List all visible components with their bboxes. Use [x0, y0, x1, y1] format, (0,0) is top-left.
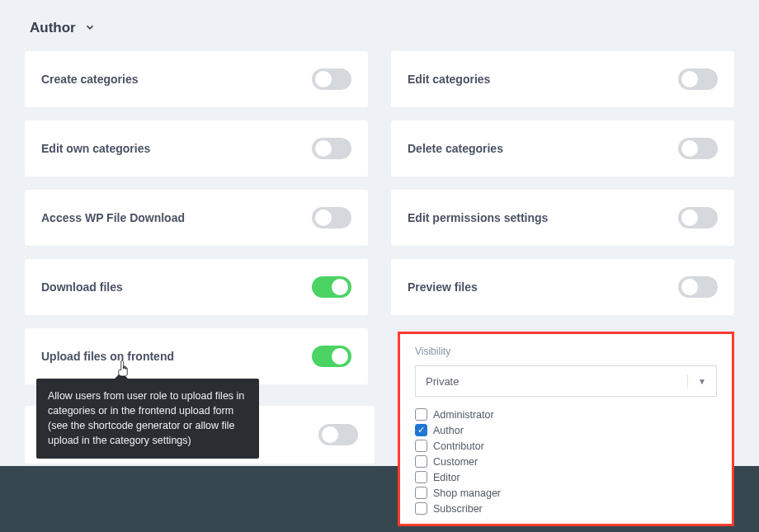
chevron-down-icon: [84, 21, 96, 35]
checkbox-subscriber[interactable]: [415, 502, 427, 515]
perm-label: Edit own categories: [41, 142, 150, 155]
perm-edit-categories: Edit categories: [391, 51, 734, 107]
perm-access-wp-file-download: Access WP File Download: [25, 190, 368, 246]
role-item-subscriber[interactable]: Subscriber: [415, 502, 717, 515]
role-item-author[interactable]: ✓ Author: [415, 424, 717, 436]
role-name: Editor: [433, 472, 460, 483]
perm-label: Download files: [41, 280, 123, 294]
checkbox-editor[interactable]: [415, 471, 427, 483]
toggle-edit-categories[interactable]: [678, 68, 718, 90]
tooltip-text: Allow users from user role to upload fil…: [48, 390, 244, 446]
toggle-download-files[interactable]: [312, 276, 351, 298]
toggle-create-categories[interactable]: [312, 68, 351, 90]
toggle-upload-files-frontend[interactable]: [312, 346, 351, 367]
checkbox-contributor[interactable]: [415, 440, 427, 452]
role-name: Administrator: [433, 409, 494, 421]
role-dropdown[interactable]: Author: [25, 16, 96, 46]
role-name: Contributor: [433, 440, 484, 452]
tooltip-upload-files: Allow users from user role to upload fil…: [36, 379, 259, 459]
checkbox-shop-manager[interactable]: [415, 487, 427, 499]
perm-label: Create categories: [41, 73, 139, 86]
visibility-role-list: Administrator ✓ Author Contributor Custo…: [415, 408, 717, 515]
role-name: Subscriber: [433, 503, 483, 515]
role-dropdown-label: Author: [30, 20, 76, 36]
visibility-selected-value: Private: [426, 375, 459, 388]
perm-label: Edit permissions settings: [408, 211, 548, 224]
checkbox-customer[interactable]: [415, 455, 427, 468]
checkbox-administrator[interactable]: [415, 408, 427, 421]
perm-edit-permissions-settings: Edit permissions settings: [391, 190, 734, 246]
perm-label: Preview files: [408, 280, 478, 294]
toggle-preview-files[interactable]: [678, 276, 718, 298]
role-name: Customer: [433, 456, 478, 468]
role-item-customer[interactable]: Customer: [415, 455, 717, 468]
perm-create-categories: Create categories: [25, 51, 368, 107]
toggle-edit-own-categories[interactable]: [312, 138, 351, 159]
perm-download-files: Download files: [25, 259, 368, 315]
perm-label: Delete categories: [408, 142, 503, 155]
visibility-select[interactable]: Private ▼: [415, 365, 717, 397]
perm-label: Upload files on frontend: [41, 350, 174, 363]
perm-delete-categories: Delete categories: [391, 120, 734, 177]
caret-down-icon: ▼: [687, 374, 706, 388]
perm-label: Edit categories: [408, 73, 490, 86]
role-item-administrator[interactable]: Administrator: [415, 408, 717, 421]
role-item-contributor[interactable]: Contributor: [415, 440, 717, 452]
perm-edit-own-categories: Edit own categories: [25, 120, 368, 177]
role-name: Shop manager: [433, 487, 501, 499]
role-item-editor[interactable]: Editor: [415, 471, 717, 483]
visibility-title: Visibility: [415, 346, 717, 357]
perm-label: Access WP File Download: [41, 211, 185, 224]
visibility-panel: Visibility Private ▼ Administrator ✓ Aut…: [398, 332, 734, 526]
toggle-partial[interactable]: [318, 424, 358, 445]
checkbox-author[interactable]: ✓: [415, 424, 427, 436]
role-item-shop-manager[interactable]: Shop manager: [415, 487, 717, 499]
perm-preview-files: Preview files: [391, 259, 734, 315]
toggle-delete-categories[interactable]: [678, 138, 718, 159]
toggle-edit-permissions-settings[interactable]: [678, 207, 718, 228]
perm-upload-files-frontend: Upload files on frontend: [25, 328, 368, 384]
role-name: Author: [433, 425, 464, 436]
toggle-access-wp-file-download[interactable]: [312, 207, 351, 228]
